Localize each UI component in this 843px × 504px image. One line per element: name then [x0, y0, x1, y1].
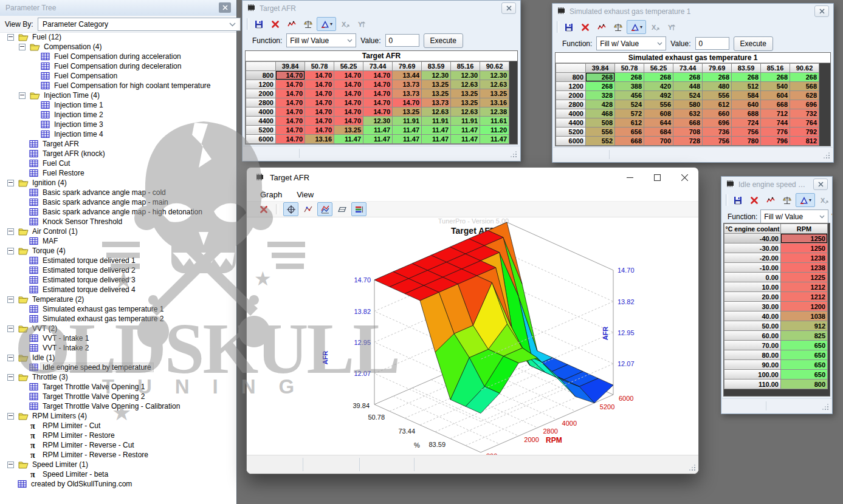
- row-header[interactable]: 4400: [556, 118, 585, 127]
- collapse-icon[interactable]: [7, 248, 14, 254]
- row-header[interactable]: 5200: [556, 128, 585, 136]
- save-button[interactable]: [561, 20, 576, 34]
- table-cell[interactable]: 14.70: [276, 71, 305, 80]
- save-button[interactable]: [730, 193, 745, 207]
- column-header[interactable]: 85.16: [451, 62, 480, 70]
- table-cell[interactable]: 650: [781, 360, 827, 369]
- table-cell[interactable]: 420: [644, 82, 673, 90]
- column-header[interactable]: 83.59: [422, 62, 450, 70]
- table-cell[interactable]: 14.70: [305, 107, 334, 116]
- column-header[interactable]: 56.25: [644, 64, 673, 72]
- row-header[interactable]: 110.00: [724, 380, 780, 389]
- resize-grip[interactable]: [689, 465, 695, 471]
- tree-item[interactable]: Throttle (3): [0, 372, 236, 382]
- row-header[interactable]: 30.00: [724, 302, 780, 311]
- table-cell[interactable]: 14.70: [334, 107, 363, 116]
- table-cell[interactable]: 668: [673, 118, 702, 127]
- table-cell[interactable]: 540: [761, 82, 790, 90]
- table-cell[interactable]: 13.16: [480, 98, 509, 107]
- table-cell[interactable]: 14.70: [305, 71, 334, 80]
- collapse-icon[interactable]: [7, 296, 14, 303]
- table-cell[interactable]: 696: [703, 118, 731, 127]
- table-cell[interactable]: 11.20: [480, 126, 509, 134]
- resize-grip[interactable]: [511, 151, 517, 157]
- row-header[interactable]: -30.00: [724, 243, 780, 253]
- table-cell[interactable]: 14.70: [334, 71, 363, 80]
- table-cell[interactable]: 612: [703, 100, 731, 109]
- row-header[interactable]: 20.00: [724, 292, 780, 301]
- table-cell[interactable]: 14.70: [276, 107, 305, 116]
- tree-item[interactable]: Air Control (1): [0, 226, 236, 236]
- tree-item[interactable]: VVT (2): [0, 324, 236, 333]
- table-cell[interactable]: 1250: [781, 234, 827, 243]
- tree-item[interactable]: Basic spark advance angle map - cold: [0, 188, 236, 197]
- tree-item[interactable]: Estimated torque delivered 3: [0, 275, 236, 285]
- row-header[interactable]: 4000: [556, 109, 585, 118]
- tree-item[interactable]: Estimated torque delivered 1: [0, 256, 236, 265]
- table-cell[interactable]: 700: [644, 137, 673, 145]
- tree-item[interactable]: Torque (4): [0, 246, 236, 256]
- table-cell[interactable]: 14.70: [276, 80, 305, 89]
- row-header[interactable]: -10.00: [724, 263, 780, 272]
- resize-grip[interactable]: [824, 152, 830, 158]
- menu-graph[interactable]: Graph: [254, 189, 288, 200]
- table-cell[interactable]: 668: [615, 137, 644, 145]
- minimize-button[interactable]: [616, 168, 644, 188]
- table-cell[interactable]: 11.47: [363, 126, 392, 134]
- row-header[interactable]: 4400: [246, 117, 275, 125]
- table-cell[interactable]: 11.47: [480, 135, 509, 143]
- graph-button[interactable]: [763, 193, 778, 207]
- tree-item[interactable]: Target AFR: [0, 139, 236, 149]
- table-cell[interactable]: 14.70: [363, 80, 392, 89]
- menu-view[interactable]: View: [291, 189, 320, 200]
- table-cell[interactable]: 268: [615, 73, 644, 81]
- table-cell[interactable]: 12.63: [451, 107, 480, 116]
- collapse-icon[interactable]: [19, 44, 26, 50]
- delete-button[interactable]: [746, 193, 762, 207]
- table-cell[interactable]: 728: [673, 137, 702, 145]
- table-cell[interactable]: 13.25: [451, 98, 480, 107]
- table-cell[interactable]: 1238: [781, 263, 827, 272]
- table-cell[interactable]: 12.63: [451, 80, 480, 89]
- column-header[interactable]: °C engine coolant: [724, 224, 780, 233]
- table-cell[interactable]: 14.70: [305, 126, 334, 134]
- table-cell[interactable]: 792: [790, 128, 819, 136]
- delta-button[interactable]: ▾: [627, 20, 646, 34]
- table-cell[interactable]: 11.47: [393, 126, 421, 134]
- row-header[interactable]: 6000: [246, 135, 275, 143]
- table-cell[interactable]: 712: [761, 109, 790, 118]
- close-icon[interactable]: [501, 2, 516, 14]
- table-cell[interactable]: 13.73: [393, 80, 421, 89]
- row-header[interactable]: 800: [556, 73, 585, 81]
- tree-item[interactable]: Knock Sensor Threshold: [0, 217, 236, 226]
- resize-grip[interactable]: [822, 404, 828, 410]
- table-cell[interactable]: 14.70: [363, 107, 392, 116]
- table-cell[interactable]: 756: [732, 128, 760, 136]
- column-header[interactable]: 90.62: [790, 64, 819, 72]
- maximize-button[interactable]: [644, 168, 671, 188]
- row-header[interactable]: 2800: [556, 100, 585, 109]
- table-cell[interactable]: 644: [644, 118, 673, 127]
- column-header[interactable]: 50.78: [305, 62, 334, 70]
- close-icon[interactable]: [813, 179, 828, 190]
- column-header[interactable]: 79.69: [703, 64, 731, 72]
- table-cell[interactable]: 912: [781, 321, 827, 330]
- table-cell[interactable]: 608: [644, 109, 673, 118]
- table-cell[interactable]: 764: [790, 118, 819, 127]
- table-cell[interactable]: 268: [644, 73, 673, 81]
- table-cell[interactable]: 14.70: [334, 80, 363, 89]
- table-cell[interactable]: 13.73: [393, 89, 421, 98]
- collapse-icon[interactable]: [7, 461, 14, 468]
- tree-item[interactable]: Idle engine speed by temperature: [0, 363, 236, 372]
- tree-item[interactable]: Ignition (4): [0, 178, 236, 188]
- table-cell[interactable]: 11.47: [393, 135, 421, 143]
- table-cell[interactable]: 800: [781, 380, 827, 389]
- table-cell[interactable]: 12.63: [422, 107, 450, 116]
- tree-item[interactable]: VVT - Intake 2: [0, 343, 236, 353]
- pan-button[interactable]: [283, 202, 298, 216]
- column-header[interactable]: 50.78: [615, 64, 644, 72]
- column-header[interactable]: 90.62: [480, 62, 509, 70]
- function-select[interactable]: Fill w/ Value: [286, 33, 356, 47]
- tree-item[interactable]: Fuel Compensation during deceleration: [0, 61, 236, 71]
- table-cell[interactable]: 1225: [781, 273, 827, 282]
